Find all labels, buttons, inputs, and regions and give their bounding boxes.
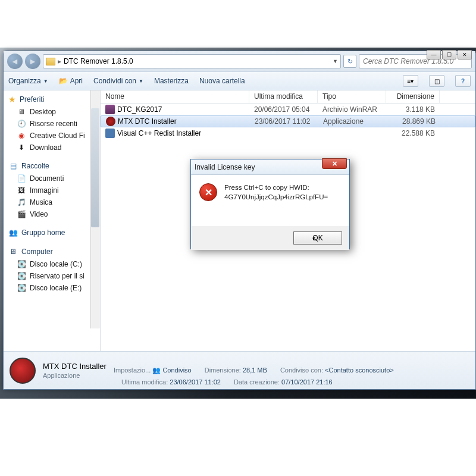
drive-icon: 💽: [17, 259, 26, 269]
desktop-icon: 🖥: [17, 107, 26, 117]
col-modified[interactable]: Ultima modifica: [249, 90, 318, 103]
sidebar-item-download[interactable]: ⬇Download: [4, 142, 100, 154]
download-icon: ⬇: [17, 143, 26, 152]
sidebar-item-drive-c[interactable]: 💽Disco locale (C:): [4, 258, 100, 270]
creative-cloud-icon: ◉: [17, 131, 26, 140]
view-options-button[interactable]: ≡▾: [403, 75, 418, 87]
archive-icon: [105, 105, 115, 114]
col-type[interactable]: Tipo: [318, 90, 386, 103]
preview-pane-button[interactable]: ◫: [429, 75, 444, 87]
help-button[interactable]: ?: [455, 75, 471, 87]
sidebar: ★Preferiti 🖥Desktop 🕘Risorse recenti ◉Cr…: [4, 90, 101, 351]
sidebar-item-drive-reserved[interactable]: 💽Riservato per il si: [4, 270, 100, 282]
application-icon: [105, 129, 115, 138]
details-pane: MTX DTC Installer Applicazione Impostazi…: [4, 351, 475, 389]
libraries-icon: ▤: [8, 161, 18, 171]
details-title: MTX DTC Installer: [43, 362, 107, 371]
sidebar-scrollbar[interactable]: [90, 90, 100, 328]
file-row[interactable]: Visual C++ Redist Installer 22.588 KB: [101, 127, 475, 139]
details-subtitle: Applicazione: [43, 372, 107, 379]
address-bar: ◄ ► ▸ DTC Remover 1.8.5.0 ▼ ↻: [4, 51, 475, 71]
sidebar-item-creative-cloud[interactable]: ◉Creative Cloud Fi: [4, 130, 100, 142]
application-icon: [106, 117, 115, 126]
open-button[interactable]: 📂 Apri: [59, 77, 83, 85]
new-folder-button[interactable]: Nuova cartella: [199, 77, 245, 85]
computer-icon: 🖥: [8, 247, 18, 256]
sidebar-item-images[interactable]: 🖼Immagini: [4, 184, 100, 196]
star-icon: ★: [8, 95, 16, 104]
back-button[interactable]: ◄: [7, 54, 23, 69]
breadcrumb[interactable]: ▸ DTC Remover 1.8.5.0 ▼: [43, 54, 341, 68]
favorites-header[interactable]: ★Preferiti: [4, 93, 100, 106]
file-large-icon: [10, 358, 36, 384]
col-size[interactable]: Dimensione: [386, 90, 440, 103]
sidebar-item-video[interactable]: 🎬Video: [4, 208, 100, 220]
minimize-button[interactable]: —: [427, 50, 441, 60]
dialog-close-button[interactable]: ✕: [322, 158, 347, 169]
breadcrumb-text: DTC Remover 1.8.5.0: [64, 57, 133, 65]
refresh-button[interactable]: ↻: [343, 55, 356, 68]
error-dialog: Invalid License key ✕ ✕ Press Ctrl+C to …: [190, 159, 350, 249]
sidebar-item-drive-e[interactable]: 💽Disco locale (E:): [4, 282, 100, 294]
organize-menu[interactable]: Organizza▼: [8, 77, 48, 85]
images-icon: 🖼: [17, 186, 26, 195]
dropdown-icon[interactable]: ▼: [333, 58, 338, 64]
forward-button[interactable]: ►: [25, 54, 40, 69]
col-name[interactable]: Nome: [101, 90, 249, 103]
homegroup-header[interactable]: 👥Gruppo home: [4, 226, 100, 239]
error-icon: ✕: [199, 183, 217, 201]
maximize-button[interactable]: ☐: [442, 50, 456, 60]
chevron-right-icon: ▸: [58, 57, 61, 65]
burn-button[interactable]: Masterizza: [154, 77, 189, 85]
close-button[interactable]: ✕: [458, 50, 472, 60]
video-icon: 🎬: [17, 209, 26, 219]
share-menu[interactable]: Condividi con▼: [93, 77, 143, 85]
recent-icon: 🕘: [17, 119, 26, 129]
computer-header[interactable]: 🖥Computer: [4, 245, 100, 258]
drive-icon: 💽: [17, 283, 26, 293]
homegroup-icon: 👥: [8, 228, 18, 237]
toolbar: Organizza▼ 📂 Apri Condividi con▼ Masteri…: [4, 71, 475, 90]
ok-button[interactable]: OK: [293, 231, 342, 245]
sidebar-item-desktop[interactable]: 🖥Desktop: [4, 106, 100, 118]
sidebar-item-recent[interactable]: 🕘Risorse recenti: [4, 118, 100, 130]
sidebar-item-documents[interactable]: 📄Documenti: [4, 173, 100, 184]
drive-icon: 💽: [17, 271, 26, 281]
documents-icon: 📄: [17, 174, 26, 183]
libraries-header[interactable]: ▤Raccolte: [4, 159, 100, 173]
folder-icon: [46, 58, 55, 65]
column-headers[interactable]: Nome Ultima modifica Tipo Dimensione: [101, 90, 475, 104]
file-row[interactable]: DTC_KG2017 20/06/2017 05:04 Archivio Win…: [101, 104, 475, 115]
music-icon: 🎵: [17, 198, 26, 207]
file-row-selected[interactable]: MTX DTC Installer 23/06/2017 11:02 Appli…: [101, 115, 475, 127]
sidebar-item-music[interactable]: 🎵Musica: [4, 196, 100, 208]
dialog-message: Press Ctrl+C to copy HWID: 4G7Y0UnjJjqzC…: [224, 183, 328, 202]
